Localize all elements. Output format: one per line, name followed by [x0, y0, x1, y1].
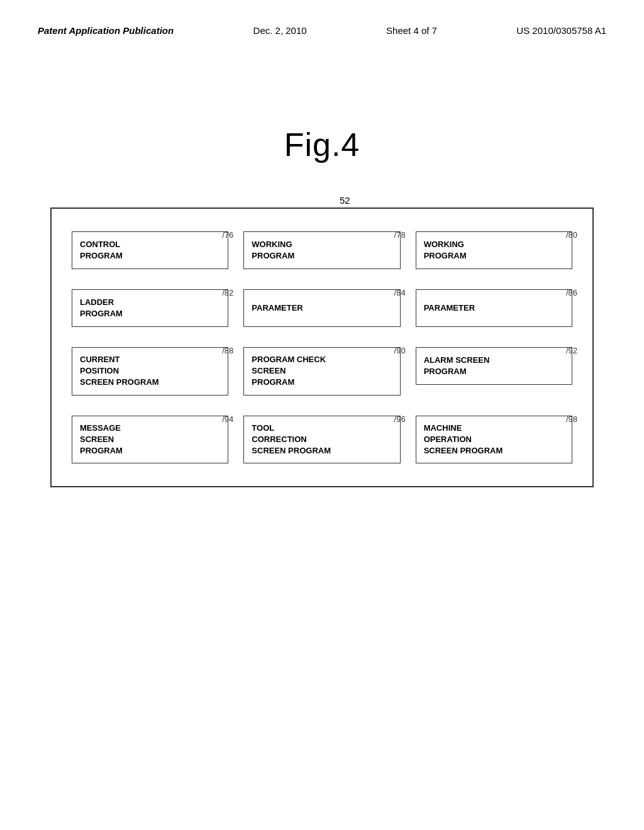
header-sheet: Sheet 4 of 7: [386, 25, 437, 36]
ref-number: 88: [222, 346, 233, 355]
cell-box: CONTROLPROGRAM: [72, 231, 228, 269]
header-publication-label: Patent Application Publication: [38, 25, 174, 36]
cell-box: PARAMETER: [416, 289, 572, 327]
header-patent-number: US 2010/0305758 A1: [516, 25, 606, 36]
ref-number: 86: [566, 288, 577, 297]
cell-box: PROGRAM CHECKSCREENPROGRAM: [243, 347, 400, 396]
diagram-cell: WORKINGPROGRAM80: [408, 221, 580, 279]
diagram-cell: ALARM SCREENPROGRAM92: [408, 337, 580, 406]
ref-number: 98: [566, 414, 577, 424]
ref-label-52: 52: [340, 195, 350, 206]
ref-number: 90: [394, 346, 406, 355]
diagram-cell: TOOLCORRECTIONSCREEN PROGRAM96: [236, 406, 408, 474]
cell-box: LADDERPROGRAM: [72, 289, 228, 327]
diagram-cell: PROGRAM CHECKSCREENPROGRAM90: [236, 337, 408, 406]
ref-number: 92: [566, 346, 577, 355]
ref-number: 80: [566, 230, 577, 240]
cell-box: PARAMETER: [243, 289, 400, 327]
diagram-cell: MACHINEOPERATIONSCREEN PROGRAM98: [408, 406, 580, 474]
diagram-cell: CURRENTPOSITIONSCREEN PROGRAM88: [64, 337, 236, 406]
cell-box: MACHINEOPERATIONSCREEN PROGRAM: [416, 416, 572, 464]
ref-number: 96: [394, 414, 406, 424]
diagram-cell: LADDERPROGRAM82: [64, 279, 236, 337]
ref-number: 82: [222, 288, 233, 297]
diagram-cell: WORKINGPROGRAM78: [236, 221, 408, 279]
cell-box: WORKINGPROGRAM: [243, 231, 400, 269]
diagram-cell: PARAMETER86: [408, 279, 580, 337]
figure-title: Fig.4: [0, 126, 644, 163]
ref-number: 84: [394, 288, 406, 297]
diagram-cell: PARAMETER84: [236, 279, 408, 337]
cell-box: TOOLCORRECTIONSCREEN PROGRAM: [243, 416, 400, 464]
page-header: Patent Application Publication Dec. 2, 2…: [0, 25, 644, 36]
ref-number: 76: [222, 230, 233, 240]
ref-number: 94: [222, 414, 233, 424]
diagram-cell: MESSAGESCREENPROGRAM94: [64, 406, 236, 474]
cell-box: WORKINGPROGRAM: [416, 231, 572, 269]
ref-number: 78: [394, 230, 406, 240]
header-date: Dec. 2, 2010: [253, 25, 307, 36]
cell-box: MESSAGESCREENPROGRAM: [72, 416, 228, 464]
diagram-grid: CONTROLPROGRAM76WORKINGPROGRAM78WORKINGP…: [64, 221, 580, 473]
diagram-container: CONTROLPROGRAM76WORKINGPROGRAM78WORKINGP…: [50, 208, 594, 487]
cell-box: CURRENTPOSITIONSCREEN PROGRAM: [72, 347, 228, 396]
cell-box: ALARM SCREENPROGRAM: [416, 347, 572, 385]
diagram-cell: CONTROLPROGRAM76: [64, 221, 236, 279]
